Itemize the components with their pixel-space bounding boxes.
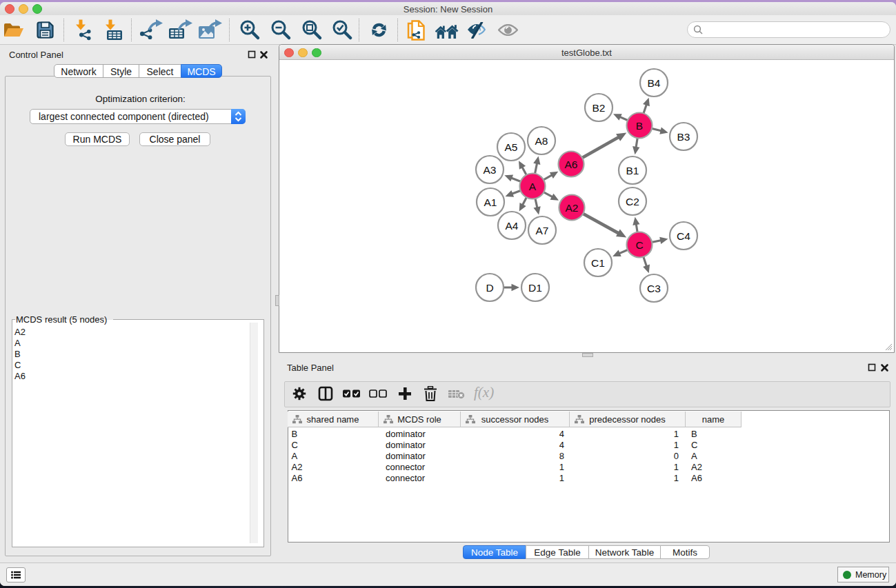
svg-text:C1: C1 [591,257,605,269]
svg-text:A2: A2 [566,202,579,214]
svg-text:B: B [636,120,643,132]
svg-text:A3: A3 [484,164,497,176]
svg-text:A6: A6 [565,159,578,170]
svg-text:D1: D1 [528,282,542,294]
svg-text:A7: A7 [536,225,549,236]
svg-text:A1: A1 [484,196,497,208]
svg-text:C3: C3 [647,283,661,294]
svg-text:D: D [486,282,493,294]
svg-text:A8: A8 [535,135,548,147]
svg-text:C: C [635,239,643,251]
svg-text:C4: C4 [677,230,690,242]
svg-text:B1: B1 [626,165,639,176]
svg-text:B2: B2 [593,102,606,114]
svg-text:A5: A5 [505,141,518,153]
svg-text:C2: C2 [626,196,639,207]
svg-text:A4: A4 [506,220,519,232]
svg-text:A: A [529,181,537,192]
svg-text:B3: B3 [677,131,690,143]
svg-text:B4: B4 [648,77,661,89]
